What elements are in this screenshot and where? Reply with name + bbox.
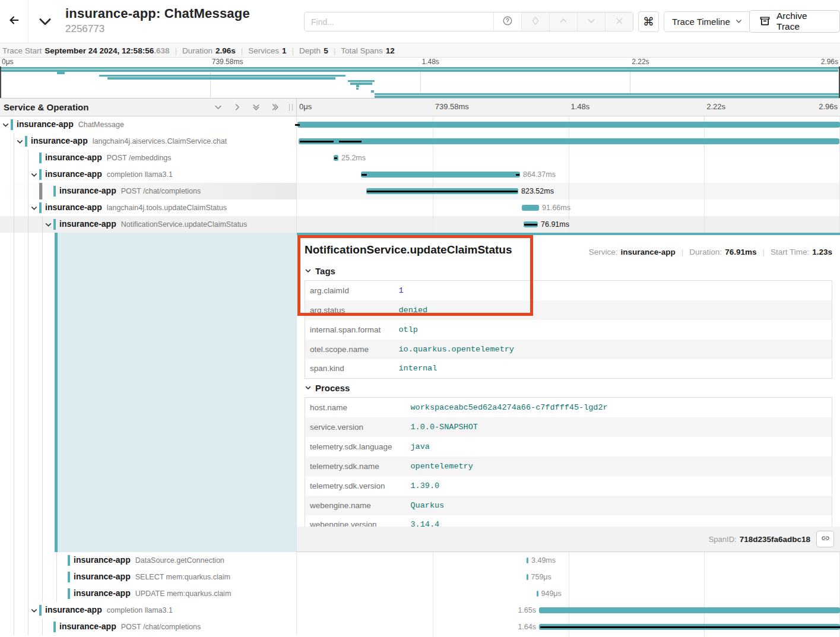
span-name-cell[interactable]: insurance-appPOST /chat/completions: [0, 183, 297, 199]
clear-find-button[interactable]: [605, 12, 633, 31]
expand-one-icon[interactable]: [233, 103, 242, 112]
minimap-left-scrubber[interactable]: [0, 66, 1, 98]
kv-row[interactable]: host.nameworkspaceabc5ed62a4274a66-c7fdf…: [305, 398, 832, 417]
tags-section-header[interactable]: Tags: [305, 266, 832, 276]
focus-matches-button[interactable]: [521, 12, 549, 31]
minimap-canvas[interactable]: [0, 66, 840, 98]
span-row[interactable]: insurance-appUPDATE mem:quarkus.claim949…: [0, 585, 840, 602]
span-name-cell[interactable]: insurance-appChatMessage: [0, 116, 297, 133]
expander-chevron-down-icon[interactable]: [30, 171, 38, 179]
span-timeline-cell[interactable]: 76.91ms: [297, 216, 840, 233]
span-name-cell[interactable]: insurance-applangchain4j.tools.updateCla…: [0, 199, 297, 216]
span-row[interactable]: insurance-appcompletion llama3.11.65s: [0, 602, 840, 619]
kv-row[interactable]: span.kindinternal: [305, 359, 832, 379]
keyboard-shortcuts-button[interactable]: ⌘: [638, 11, 659, 32]
span-timeline-cell[interactable]: 1.64s: [297, 619, 840, 635]
expander-chevron-down-icon[interactable]: [45, 221, 52, 229]
span-row[interactable]: insurance-applangchain4j.aiservices.Clai…: [0, 133, 840, 150]
span-name-cell[interactable]: insurance-applangchain4j.aiservices.Clai…: [0, 133, 297, 150]
span-row[interactable]: insurance-applangchain4j.tools.updateCla…: [0, 199, 840, 216]
kv-row[interactable]: webengine.nameQuarkus: [305, 496, 832, 515]
operation-name: DataSource.getConnection: [135, 556, 224, 565]
top-bar: insurance-app: ChatMessage 2256773: [0, 0, 840, 43]
span-name-cell[interactable]: insurance-appcompletion llama3.1: [0, 602, 297, 619]
service-color-bar: [68, 572, 70, 582]
find-input[interactable]: [305, 12, 493, 31]
service-color-bar: [25, 136, 27, 147]
kv-row[interactable]: arg.statusdenied: [305, 300, 832, 320]
back-button[interactable]: [0, 0, 28, 43]
span-name-cell[interactable]: insurance-appPOST /chat/completions: [0, 619, 297, 635]
expander-chevron-down-icon[interactable]: [2, 121, 9, 129]
minimap-span-bar: [356, 88, 359, 90]
detail-meta-label: Start Time:: [771, 248, 809, 256]
kv-row[interactable]: otel.scope.nameio.quarkus.opentelemetry: [305, 340, 832, 359]
collapse-trace-header-button[interactable]: [36, 13, 55, 32]
span-row[interactable]: insurance-appDataSource.getConnection3.4…: [0, 552, 840, 569]
next-match-button[interactable]: [577, 12, 605, 31]
span-name-cell[interactable]: insurance-appSELECT mem:quarkus.claim: [0, 569, 297, 585]
kv-row[interactable]: arg.claimId1: [305, 281, 832, 300]
span-duration-bar[interactable]: [297, 122, 840, 128]
kv-row[interactable]: telemetry.sdk.nameopentelemetry: [305, 457, 832, 476]
span-row[interactable]: insurance-appcompletion llama3.1864.37ms: [0, 166, 840, 183]
kv-value: 1.39.0: [406, 476, 832, 496]
expander-chevron-down-icon[interactable]: [30, 204, 38, 212]
span-timeline-cell[interactable]: [297, 133, 840, 150]
span-timeline-cell[interactable]: 864.37ms: [297, 166, 840, 183]
span-duration-bar[interactable]: [527, 557, 528, 563]
span-timeline-cell[interactable]: 949μs: [297, 585, 840, 602]
span-name-cell[interactable]: insurance-appUPDATE mem:quarkus.claim: [0, 585, 297, 602]
minimap-span-bar: [375, 93, 840, 96]
expander-chevron-down-icon[interactable]: [30, 607, 38, 614]
span-timeline-cell[interactable]: 25.2ms: [297, 150, 840, 166]
span-row[interactable]: insurance-appPOST /chat/completions1.64s: [0, 619, 840, 635]
service-name: insurance-applangchain4j.aiservices.Clai…: [31, 136, 227, 145]
span-row[interactable]: insurance-appSELECT mem:quarkus.claim759…: [0, 569, 840, 585]
span-duration-bar[interactable]: [527, 574, 528, 580]
archive-trace-button[interactable]: Archive Trace: [749, 10, 840, 33]
span-name-cell[interactable]: insurance-appcompletion llama3.1: [0, 166, 297, 183]
process-section-header[interactable]: Process: [305, 383, 832, 393]
trace-minimap[interactable]: 0μs739.58ms1.48s2.22s2.96s: [0, 58, 840, 99]
span-row[interactable]: insurance-appPOST /embeddings25.2ms: [0, 150, 840, 166]
span-name-cell[interactable]: insurance-appPOST /embeddings: [0, 150, 297, 166]
span-duration-bar[interactable]: [537, 591, 538, 597]
span-duration-bar[interactable]: [361, 172, 520, 178]
kv-row[interactable]: service.version1.0.0-SNAPSHOT: [305, 417, 832, 437]
span-duration-bar[interactable]: [522, 205, 539, 211]
span-row[interactable]: insurance-appChatMessage: [0, 116, 840, 133]
prev-match-button[interactable]: [549, 12, 577, 31]
page-title: insurance-app: ChatMessage: [65, 6, 250, 21]
help-icon: [502, 15, 513, 28]
kv-value: otlp: [394, 320, 832, 340]
copy-span-link-button[interactable]: [816, 531, 834, 547]
span-row[interactable]: insurance-appPOST /chat/completions823.5…: [0, 183, 840, 199]
tags-table: arg.claimId1arg.statusdeniedinternal.spa…: [305, 280, 832, 379]
span-timeline-cell[interactable]: 1.65s: [297, 602, 840, 619]
span-row[interactable]: insurance-appNotificationService.updateC…: [0, 216, 840, 233]
help-button[interactable]: [493, 12, 521, 31]
span-timeline-cell[interactable]: 3.49ms: [297, 552, 840, 569]
collapse-all-icon[interactable]: [252, 103, 261, 112]
span-name-cell[interactable]: insurance-appNotificationService.updateC…: [0, 216, 297, 233]
span-duration-bar[interactable]: [539, 607, 840, 613]
span-duration-bar[interactable]: [299, 138, 839, 144]
kv-row[interactable]: telemetry.sdk.languagejava: [305, 437, 832, 457]
kv-key: internal.span.format: [305, 320, 394, 340]
collapse-one-icon[interactable]: [214, 103, 223, 112]
timeline-tick-label: 1.48s: [571, 102, 590, 111]
span-timeline-cell[interactable]: 759μs: [297, 569, 840, 585]
span-name-cell[interactable]: insurance-appDataSource.getConnection: [0, 552, 297, 569]
expander-chevron-down-icon[interactable]: [16, 138, 24, 145]
column-resizer-handle[interactable]: [289, 104, 293, 111]
kv-row[interactable]: telemetry.sdk.version1.39.0: [305, 476, 832, 496]
span-timeline-cell[interactable]: [297, 116, 840, 133]
service-name: insurance-applangchain4j.tools.updateCla…: [45, 202, 227, 212]
expand-all-icon[interactable]: [271, 103, 280, 112]
kv-row[interactable]: internal.span.formatotlp: [305, 320, 832, 340]
span-detail-meta: Service:insurance-app|Duration:76.91ms|S…: [589, 248, 832, 256]
span-timeline-cell[interactable]: 823.52ms: [297, 183, 840, 199]
trace-timeline-dropdown[interactable]: Trace Timeline: [664, 11, 751, 32]
span-timeline-cell[interactable]: 91.66ms: [297, 199, 840, 216]
